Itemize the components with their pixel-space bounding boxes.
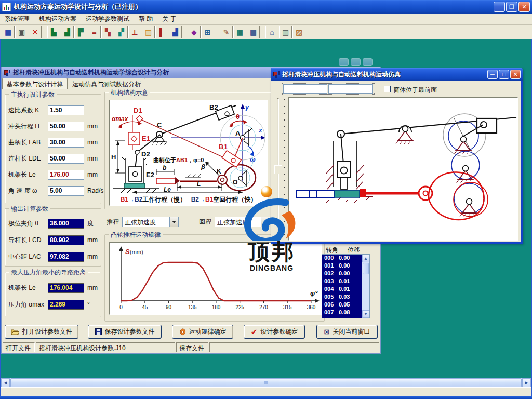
pr-label-amax: 压力角 αmax: [8, 300, 48, 309]
group-pressure-angle: 最大压力角最小的导路距离 机架长 Le176.004mm 压力角 αmax2.2…: [5, 272, 101, 317]
menu-about[interactable]: 关 于: [157, 14, 181, 24]
monitor-doc-icon[interactable]: ▤: [247, 26, 260, 38]
simulation-window: 摇杆滑块冲压机构与自动送料机构运动仿真 ─ □ ✕ 窗体位于最前面: [271, 68, 523, 244]
print-icon[interactable]: ▣: [15, 26, 28, 38]
mechanism-bars-icon[interactable]: ≡: [88, 26, 101, 38]
menu-kinematics-test[interactable]: 运动学参数测试: [81, 14, 134, 24]
simulation-window-icon: [273, 71, 280, 78]
open-params-file-button[interactable]: 打开设计参数文件: [5, 325, 78, 339]
project-tree-icon[interactable]: ▦: [2, 26, 15, 38]
tab-simulation-analysis[interactable]: 运动仿真与测试数据分析: [68, 78, 145, 89]
return-motion-dropdown-icon[interactable]: [261, 217, 270, 227]
app-title: 机构运动方案运动学设计与分析（已注册）: [14, 2, 493, 11]
scroll-thumb[interactable]: [363, 263, 369, 274]
table-row: 0010.00: [322, 262, 362, 270]
param-input-lde[interactable]: 50.00: [48, 154, 84, 164]
svg-text:β: β: [201, 163, 205, 170]
param-label-k: 速比系数 K: [8, 106, 48, 115]
close-button[interactable]: ✕: [518, 2, 530, 12]
hscroll-thumb[interactable]: [10, 378, 522, 387]
svg-text:αmax: αmax: [112, 115, 129, 123]
mechanism-press-icon[interactable]: ⊥: [128, 26, 141, 38]
return-motion-value[interactable]: 正弦加速度: [215, 217, 261, 227]
motion-law-confirm-button[interactable]: 运动规律确定: [172, 325, 233, 339]
monitor-chart-icon[interactable]: ⊞: [201, 26, 214, 38]
computer-icon[interactable]: ⌂: [265, 26, 278, 38]
scroll-down-icon[interactable]: ▼: [362, 310, 369, 318]
menu-mechanism-scheme[interactable]: 机构运动方案: [34, 14, 81, 24]
pr-label-le: 机架长 Le: [8, 284, 48, 292]
status-open-label: 打开文件: [3, 342, 35, 352]
mechanism-linkage-icon[interactable]: ▞: [115, 26, 128, 38]
param-label-lab: 曲柄长 LAB: [8, 138, 48, 147]
ram-icon[interactable]: ▥: [279, 26, 292, 38]
status-open-file: 摇杆滑块冲压机构设计参数.J10: [36, 342, 175, 352]
svg-text:Le: Le: [164, 186, 171, 193]
delete-icon[interactable]: ✕: [29, 26, 42, 38]
close-current-window-button[interactable]: ⊠ 关闭当前窗口: [316, 325, 378, 339]
scroll-right-icon[interactable]: ►: [522, 378, 531, 387]
param-label-lde: 连杆长 LDE: [8, 154, 48, 163]
menubar: 系统管理 机构运动方案 运动学参数测试 帮 助 关 于: [0, 14, 532, 25]
svg-text:B2: B2: [209, 103, 218, 111]
svg-text:D2: D2: [141, 150, 150, 158]
push-motion-value[interactable]: 正弦加速度: [122, 217, 170, 227]
svg-text:45: 45: [142, 304, 148, 310]
mechanism-crank-icon[interactable]: ▚: [101, 26, 114, 38]
mechanism-slider-icon[interactable]: ▙: [47, 26, 60, 38]
design-window-icon: [4, 69, 11, 76]
push-motion-select: 推程 正弦加速度: [107, 217, 179, 227]
sim-field-2[interactable]: [328, 84, 373, 94]
angle-displacement-listbox[interactable]: 0000.00 0010.00 0020.00 0030.01 0040.01 …: [322, 254, 370, 318]
out-unit-lcd: mm: [87, 236, 98, 244]
group-mechanism-diagram-title: 机构结构示意: [109, 88, 150, 97]
push-motion-dropdown-icon[interactable]: [170, 217, 179, 227]
svg-text:O: O: [233, 179, 237, 186]
return-motion-label: 回程: [199, 217, 211, 227]
simulation-svg: [289, 98, 517, 240]
param-label-le: 机架长 Le: [8, 170, 48, 179]
app-titlebar: 机构运动方案运动学设计与分析（已注册） ─ ❐ ✕: [0, 0, 532, 14]
param-input-omega[interactable]: 5.00: [48, 186, 84, 196]
menu-help[interactable]: 帮 助: [134, 14, 157, 24]
sim-close-button[interactable]: ✕: [510, 70, 521, 79]
document-edit-icon[interactable]: ✎: [220, 26, 233, 38]
close-window-icon: ⊠: [324, 328, 330, 336]
open-folder-icon: [11, 328, 19, 335]
scroll-up-icon[interactable]: ▲: [362, 255, 369, 262]
table-scrollbar[interactable]: ▲ ▼: [362, 255, 369, 318]
minimize-button[interactable]: ─: [494, 2, 505, 12]
mechanism-gear-icon[interactable]: ▟: [169, 26, 182, 38]
mechanism-door-icon[interactable]: ▌: [155, 26, 168, 38]
restore-button[interactable]: ❐: [506, 2, 517, 12]
topmost-checkbox[interactable]: [384, 86, 391, 92]
tab-basic-params[interactable]: 基本参数与设计计算: [2, 78, 68, 89]
monitor-icon[interactable]: ▦: [233, 26, 246, 38]
trackbar-thumb[interactable]: [274, 165, 282, 174]
help-book-icon[interactable]: ◆: [188, 26, 201, 38]
param-input-lab[interactable]: 30.00: [48, 138, 84, 148]
mdi-horizontal-scrollbar[interactable]: ◄ ►: [1, 378, 531, 387]
sim-minimize-button[interactable]: ─: [487, 70, 498, 79]
scroll-left-icon[interactable]: ◄: [1, 378, 10, 387]
menu-system[interactable]: 系统管理: [0, 14, 34, 24]
trackbar-ticks: [284, 99, 285, 241]
simulation-window-titlebar: 摇杆滑块冲压机构与自动送料机构运动仿真 ─ □ ✕: [271, 68, 523, 81]
svg-text:K: K: [217, 168, 221, 175]
mechanism-cam-icon[interactable]: ▥: [142, 26, 155, 38]
clipboard-icon[interactable]: ▨: [292, 26, 305, 38]
save-params-file-button[interactable]: 保存设计参数文件: [88, 325, 162, 339]
group-main-params: 主执行设计参数 速比系数 K1.50 冲头行程 H50.00mm 曲柄长 LAB…: [5, 94, 101, 204]
param-input-h[interactable]: 50.00: [48, 122, 84, 131]
sim-maximize-button[interactable]: □: [499, 70, 509, 79]
param-input-le[interactable]: 176.00: [48, 170, 84, 180]
svg-text:曲柄位于AB1，φ=0: 曲柄位于AB1，φ=0: [153, 157, 204, 163]
svg-text:315: 315: [283, 304, 292, 310]
mechanism-rocker-icon[interactable]: ▛: [74, 26, 87, 38]
mechanism-guide-icon[interactable]: ▟: [61, 26, 74, 38]
design-params-confirm-button[interactable]: ✔ 设计参数确定: [244, 325, 305, 339]
param-input-k[interactable]: 1.50: [48, 105, 84, 115]
svg-text:y: y: [245, 104, 249, 111]
sim-field-1[interactable]: [283, 84, 327, 94]
speed-trackbar[interactable]: [273, 98, 286, 242]
